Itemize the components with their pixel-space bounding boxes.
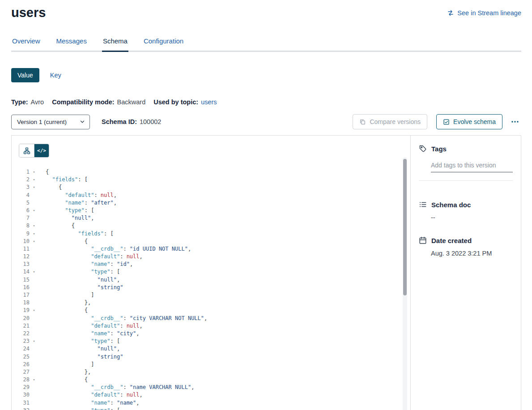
fold-toggle-icon[interactable]: ▾ xyxy=(31,407,37,410)
line-number: 7 xyxy=(12,214,30,222)
line-number: 14 xyxy=(12,268,30,276)
evolve-schema-button[interactable]: Evolve schema xyxy=(436,114,502,129)
line-number: 22 xyxy=(12,330,30,337)
editor-view-toggle: </> xyxy=(19,144,49,158)
code-text: "string" xyxy=(46,353,123,361)
tree-view-button[interactable] xyxy=(19,144,34,157)
code-text: "name": "id", xyxy=(46,261,133,268)
fold-toggle-icon[interactable]: ▾ xyxy=(31,168,37,176)
date-created-title: Date created xyxy=(431,237,472,244)
line-number: 15 xyxy=(12,276,30,284)
code-line: 29 "__crdb__": "name VARCHAR NULL", xyxy=(12,384,410,391)
tags-section-header: Tags xyxy=(419,145,513,153)
fold-spacer xyxy=(31,192,37,199)
line-number: 32 xyxy=(12,407,30,410)
code-line: 27 }, xyxy=(12,368,410,376)
line-number: 11 xyxy=(12,245,30,253)
calendar-icon xyxy=(419,236,427,244)
line-number: 25 xyxy=(12,353,30,361)
fold-spacer xyxy=(31,345,37,353)
compatibility-label: Compatibility mode: xyxy=(52,98,114,106)
line-number: 4 xyxy=(12,192,30,199)
schema-doc-section: Schema doc -- xyxy=(419,201,513,221)
code-line: 19▾ { xyxy=(12,307,410,314)
code-text: { xyxy=(46,168,49,176)
fold-toggle-icon[interactable]: ▾ xyxy=(31,222,37,230)
line-number: 1 xyxy=(12,168,30,176)
code-text: "null", xyxy=(46,345,120,353)
add-tags-input[interactable] xyxy=(431,160,513,172)
code-text: "default": null, xyxy=(46,192,117,199)
fold-toggle-icon[interactable]: ▾ xyxy=(31,238,37,245)
code-text: "name": "city", xyxy=(46,330,140,337)
schema-id-label: Schema ID: xyxy=(102,118,137,125)
line-number: 29 xyxy=(12,384,30,391)
schema-meta-row: Type: Avro Compatibility mode: Backward … xyxy=(11,98,521,106)
topic-link[interactable]: users xyxy=(201,98,217,106)
fold-toggle-icon[interactable]: ▾ xyxy=(31,176,37,184)
line-number: 24 xyxy=(12,345,30,353)
fold-spacer xyxy=(31,368,37,376)
code-line: 17 ] xyxy=(12,291,410,299)
code-line: 13 "name": "id", xyxy=(12,261,410,268)
code-text: "default": null, xyxy=(46,253,143,261)
version-select[interactable]: Version 1 (current) xyxy=(11,115,90,129)
fold-spacer xyxy=(31,253,37,261)
line-number: 20 xyxy=(12,315,30,322)
used-by-topic-label: Used by topic: xyxy=(153,98,198,106)
schema-id-value: 100002 xyxy=(140,118,161,125)
line-number: 8 xyxy=(12,222,30,230)
fold-spacer xyxy=(31,245,37,253)
code-line: 2▾ "fields": [ xyxy=(12,176,410,184)
tab-schema[interactable]: Schema xyxy=(102,37,128,52)
compare-versions-button[interactable]: Compare versions xyxy=(353,114,427,129)
code-line: 10▾ { xyxy=(12,238,410,245)
value-tab-button[interactable]: Value xyxy=(11,68,39,82)
tab-overview[interactable]: Overview xyxy=(11,37,41,52)
code-line: 23▾ "type": [ xyxy=(12,337,410,345)
code-line: 7 "null", xyxy=(12,214,410,222)
code-line: 1▾{ xyxy=(12,168,410,176)
code-text: "name": "name", xyxy=(46,399,140,407)
code-text: { xyxy=(46,184,62,191)
code-line: 25 "string" xyxy=(12,353,410,361)
scrollbar-track[interactable] xyxy=(403,157,407,410)
evolve-schema-icon xyxy=(443,119,450,125)
fold-toggle-icon[interactable]: ▾ xyxy=(31,184,37,191)
code-text: "__crdb__": "city VARCHAR NOT NULL", xyxy=(46,315,207,322)
key-tab-link[interactable]: Key xyxy=(50,72,61,79)
code-line: 32▾ "type": [ xyxy=(12,407,410,410)
fold-toggle-icon[interactable]: ▾ xyxy=(31,207,37,214)
tab-bar: OverviewMessagesSchemaConfiguration xyxy=(11,37,521,52)
fold-toggle-icon[interactable]: ▾ xyxy=(31,337,37,345)
scrollbar-thumb[interactable] xyxy=(403,159,407,295)
stream-lineage-label: See in Stream lineage xyxy=(457,9,521,17)
schema-doc-value: -- xyxy=(431,214,513,221)
code-view-button[interactable]: </> xyxy=(34,144,49,157)
line-number: 6 xyxy=(12,207,30,214)
code-line: 30 "default": null, xyxy=(12,391,410,399)
code-text: { xyxy=(46,307,88,314)
code-line: 8▾ { xyxy=(12,222,410,230)
code-text: "__crdb__": "name VARCHAR NULL", xyxy=(46,384,194,391)
more-options-button[interactable] xyxy=(509,116,521,127)
type-label: Type: xyxy=(11,98,28,106)
fold-toggle-icon[interactable]: ▾ xyxy=(31,230,37,238)
fold-toggle-icon[interactable]: ▾ xyxy=(31,307,37,314)
fold-toggle-icon[interactable]: ▾ xyxy=(31,376,37,384)
tab-messages[interactable]: Messages xyxy=(55,37,88,52)
value-key-toggle: Value Key xyxy=(11,68,521,82)
code-line: 20 "__crdb__": "city VARCHAR NOT NULL", xyxy=(12,315,410,322)
tab-configuration[interactable]: Configuration xyxy=(143,37,184,52)
line-number: 23 xyxy=(12,337,30,345)
fold-spacer xyxy=(31,315,37,322)
code-line: 6▾ "type": [ xyxy=(12,207,410,214)
code-line: 24 "null", xyxy=(12,345,410,353)
stream-lineage-link[interactable]: See in Stream lineage xyxy=(447,9,521,17)
date-created-value: Aug. 3 2022 3:21 PM xyxy=(431,250,513,257)
code-line: 9▾ "fields": [ xyxy=(12,230,410,238)
schema-controls-row: Version 1 (current) Schema ID: 100002 Co… xyxy=(11,114,521,129)
schema-page: users See in Stream lineage OverviewMess… xyxy=(0,0,532,410)
code-text: "type": [ xyxy=(46,268,120,276)
fold-toggle-icon[interactable]: ▾ xyxy=(31,268,37,276)
